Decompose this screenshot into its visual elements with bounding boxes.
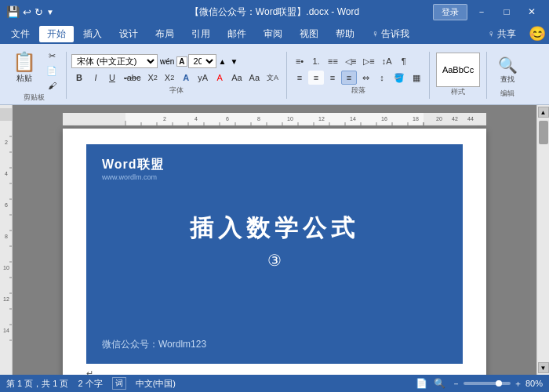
input-mode-icon: 词 bbox=[112, 377, 126, 390]
menu-share[interactable]: ♀ 共享 bbox=[480, 26, 524, 42]
paragraph-group-label: 段落 bbox=[292, 85, 424, 96]
line-spacing-button[interactable]: ↕ bbox=[374, 71, 390, 85]
styles-group-label: 样式 bbox=[451, 87, 465, 97]
font-selector[interactable]: 宋体 (中文正文) bbox=[71, 54, 158, 68]
distribute-button[interactable]: ⇔ bbox=[358, 71, 373, 85]
zoom-slider[interactable] bbox=[464, 382, 511, 385]
document-scroll-area[interactable]: 2 4 6 8 10 12 bbox=[13, 105, 536, 375]
menu-layout[interactable]: 布局 bbox=[147, 26, 182, 42]
svg-text:2: 2 bbox=[5, 140, 8, 145]
banner-wechat-info: 微信公众号：Wordlm123 bbox=[102, 338, 206, 351]
font-size-selector[interactable]: 20 bbox=[188, 54, 216, 68]
numbering-button[interactable]: 1. bbox=[308, 54, 324, 68]
login-button[interactable]: 登录 bbox=[433, 4, 467, 20]
svg-text:14: 14 bbox=[3, 328, 9, 333]
zoom-control[interactable]: － ＋ 80% bbox=[452, 378, 543, 390]
border-button[interactable]: ▦ bbox=[409, 71, 424, 85]
svg-text:44: 44 bbox=[467, 116, 474, 122]
menu-file[interactable]: 文件 bbox=[3, 26, 38, 42]
svg-text:8: 8 bbox=[5, 234, 8, 239]
menu-bar: 文件 开始 插入 设计 布局 引用 邮件 审阅 视图 帮助 ♀ 告诉我 ♀ 共享… bbox=[0, 24, 549, 44]
status-bar-right: 📄 🔍 － ＋ 80% bbox=[416, 378, 543, 390]
ribbon-sep-4 bbox=[486, 52, 487, 99]
clear-format-button[interactable]: Aa bbox=[228, 71, 245, 85]
font-format-a[interactable]: A bbox=[176, 56, 187, 67]
document-page[interactable]: Word联盟 www.wordlm.com 插入数学公式 ③ 微信公众号：Wor… bbox=[63, 129, 486, 375]
editing-group-label: 编辑 bbox=[500, 89, 514, 99]
format-painter-button[interactable]: 🖌 bbox=[43, 78, 60, 93]
phonetic-button[interactable]: 文A bbox=[264, 71, 282, 85]
increase-indent-button[interactable]: ▷≡ bbox=[360, 54, 377, 68]
styles-gallery[interactable]: AaBbCc bbox=[436, 53, 480, 87]
save-icon[interactable]: 💾 bbox=[6, 5, 20, 18]
vertical-ruler: 2 4 6 8 10 12 bbox=[0, 105, 13, 375]
bold-button[interactable]: B bbox=[71, 71, 87, 85]
scroll-down-button[interactable]: ▼ bbox=[538, 362, 549, 373]
zoom-out-icon[interactable]: － bbox=[452, 378, 460, 390]
menu-insert[interactable]: 插入 bbox=[75, 26, 110, 42]
maximize-button[interactable]: □ bbox=[496, 4, 518, 20]
close-button[interactable]: ✕ bbox=[521, 4, 543, 20]
font-preview-icon: wén bbox=[158, 57, 176, 66]
svg-text:4: 4 bbox=[5, 171, 8, 176]
highlight-color-button[interactable]: yA bbox=[195, 71, 211, 85]
align-center-button[interactable]: ≡ bbox=[308, 71, 324, 85]
align-right-button[interactable]: ≡ bbox=[325, 71, 340, 85]
scroll-up-button[interactable]: ▲ bbox=[538, 107, 549, 118]
minimize-button[interactable]: － bbox=[471, 4, 493, 20]
focus-mode-icon[interactable]: 🔍 bbox=[434, 378, 445, 389]
font-group-label: 字体 bbox=[71, 85, 282, 96]
zoom-in-icon[interactable]: ＋ bbox=[514, 378, 522, 390]
title-bar: 💾 ↩ ↻ ▼ 【微信公众号：Word联盟】.docx - Word 登录 － … bbox=[0, 0, 549, 24]
menu-home[interactable]: 开始 bbox=[39, 26, 74, 42]
vertical-scrollbar[interactable]: ▲ ▼ bbox=[536, 105, 549, 375]
menu-references[interactable]: 引用 bbox=[184, 26, 218, 42]
document-view-icon[interactable]: 📄 bbox=[416, 378, 427, 389]
zoom-thumb bbox=[496, 380, 502, 387]
search-icon: 🔍 bbox=[498, 56, 518, 74]
justify-button[interactable]: ≡ bbox=[341, 71, 357, 85]
show-marks-button[interactable]: ¶ bbox=[396, 54, 412, 68]
window-title: 【微信公众号：Word联盟】.docx - Word bbox=[190, 5, 359, 19]
app-window: 💾 ↩ ↻ ▼ 【微信公众号：Word联盟】.docx - Word 登录 － … bbox=[0, 0, 549, 392]
italic-button[interactable]: I bbox=[88, 71, 104, 85]
paste-icon: 📋 bbox=[13, 51, 36, 73]
banner-circle: ③ bbox=[102, 251, 447, 270]
menu-review[interactable]: 审阅 bbox=[256, 26, 290, 42]
strikethrough-button[interactable]: -abc bbox=[121, 71, 144, 85]
superscript-button[interactable]: X2 bbox=[162, 71, 177, 85]
bullets-button[interactable]: ≡• bbox=[292, 54, 307, 68]
customize-icon[interactable]: ▼ bbox=[46, 8, 54, 16]
multilevel-list-button[interactable]: ≡≡ bbox=[325, 54, 341, 68]
sort-button[interactable]: ↕A bbox=[379, 54, 395, 68]
menu-view[interactable]: 视图 bbox=[292, 26, 326, 42]
font-color-button[interactable]: A bbox=[212, 71, 227, 85]
paste-button[interactable]: 📋 粘贴 bbox=[7, 47, 42, 88]
smiley-icon: 😊 bbox=[529, 25, 546, 42]
svg-text:4: 4 bbox=[195, 116, 198, 122]
change-case-button[interactable]: Aa bbox=[246, 71, 263, 85]
copy-button[interactable]: 📄 bbox=[43, 64, 60, 78]
redo-icon[interactable]: ↻ bbox=[35, 6, 43, 18]
svg-text:12: 12 bbox=[3, 296, 9, 302]
underline-button[interactable]: U bbox=[104, 71, 120, 85]
decrease-indent-button[interactable]: ◁≡ bbox=[342, 54, 359, 68]
text-effects-button[interactable]: A bbox=[178, 71, 194, 85]
menu-mailings[interactable]: 邮件 bbox=[220, 26, 254, 42]
find-button[interactable]: 🔍 查找 bbox=[493, 52, 523, 89]
decrease-font-icon[interactable]: ▼ bbox=[229, 57, 240, 66]
cut-button[interactable]: ✂ bbox=[43, 49, 60, 63]
menu-design[interactable]: 设计 bbox=[111, 26, 146, 42]
banner-logo-row: Word联盟 www.wordlm.com bbox=[102, 157, 447, 181]
svg-text:10: 10 bbox=[3, 265, 9, 270]
fill-color-button[interactable]: 🪣 bbox=[391, 71, 408, 85]
menu-help[interactable]: 帮助 bbox=[328, 26, 362, 42]
align-left-button[interactable]: ≡ bbox=[292, 71, 307, 85]
scroll-thumb[interactable] bbox=[539, 121, 548, 144]
menu-tellme[interactable]: ♀ 告诉我 bbox=[364, 26, 417, 42]
svg-text:8: 8 bbox=[257, 116, 260, 122]
increase-font-icon[interactable]: ▲ bbox=[217, 57, 228, 66]
subscript-button[interactable]: X2 bbox=[144, 71, 160, 85]
svg-text:20: 20 bbox=[436, 116, 442, 122]
undo-icon[interactable]: ↩ bbox=[23, 6, 31, 18]
